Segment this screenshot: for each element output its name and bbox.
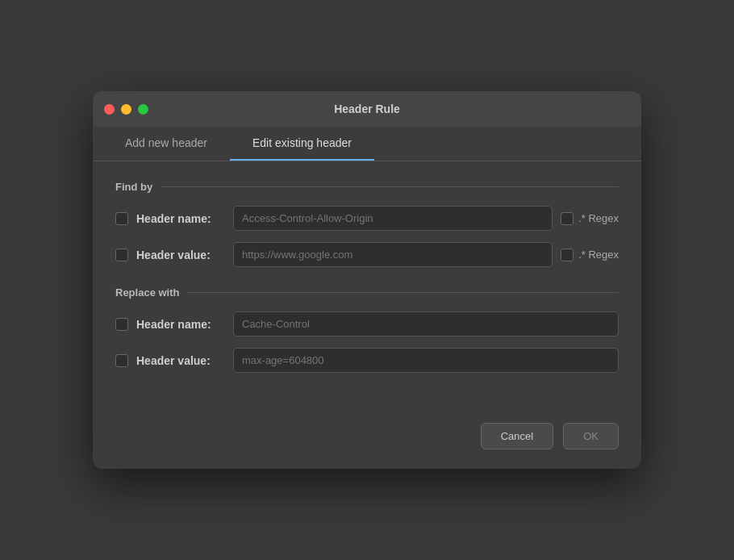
window-title: Header Rule	[334, 102, 400, 115]
replace-header-name-row: Header name:	[115, 311, 619, 336]
title-bar: Header Rule	[93, 91, 641, 127]
find-header-name-regex-checkbox[interactable]	[561, 212, 573, 225]
replace-with-section-label: Replace with	[115, 286, 619, 299]
minimize-button[interactable]	[121, 104, 131, 115]
find-header-value-input[interactable]	[233, 242, 553, 267]
replace-header-name-label: Header name:	[136, 318, 225, 331]
find-by-section-label: Find by	[115, 181, 619, 193]
find-header-name-label: Header name:	[136, 212, 225, 225]
dialog-body: Find by Header name: .* Regex Header val…	[93, 161, 641, 407]
dialog-footer: Cancel OK	[93, 407, 641, 469]
tab-edit-existing-header[interactable]: Edit existing header	[230, 127, 374, 161]
find-header-value-regex-label: .* Regex	[578, 249, 619, 261]
replace-header-name-input[interactable]	[233, 311, 619, 336]
close-button[interactable]	[104, 104, 115, 115]
replace-with-section: Replace with Header name: Header value:	[115, 286, 619, 373]
find-header-value-regex-group: .* Regex	[561, 249, 619, 261]
replace-header-name-checkbox[interactable]	[115, 318, 128, 331]
find-header-name-regex-group: .* Regex	[561, 212, 619, 225]
dialog: Header Rule Add new header Edit existing…	[93, 91, 641, 469]
cancel-button[interactable]: Cancel	[481, 423, 553, 449]
find-header-value-label: Header value:	[136, 249, 225, 261]
find-header-name-row: Header name: .* Regex	[115, 206, 619, 231]
find-header-name-regex-label: .* Regex	[578, 212, 619, 224]
replace-header-value-row: Header value:	[115, 348, 619, 373]
tab-add-new-header[interactable]: Add new header	[102, 127, 230, 161]
replace-header-value-label: Header value:	[136, 354, 225, 367]
ok-button[interactable]: OK	[563, 423, 619, 449]
find-header-name-checkbox[interactable]	[115, 212, 128, 225]
find-header-value-regex-checkbox[interactable]	[561, 249, 573, 261]
tab-bar: Add new header Edit existing header	[93, 127, 641, 161]
find-header-name-input[interactable]	[233, 206, 553, 231]
traffic-lights	[104, 104, 148, 115]
maximize-button[interactable]	[138, 104, 148, 115]
find-header-value-row: Header value: .* Regex	[115, 242, 619, 267]
replace-header-value-checkbox[interactable]	[115, 354, 128, 367]
find-header-value-checkbox[interactable]	[115, 249, 128, 261]
replace-header-value-input[interactable]	[233, 348, 619, 373]
